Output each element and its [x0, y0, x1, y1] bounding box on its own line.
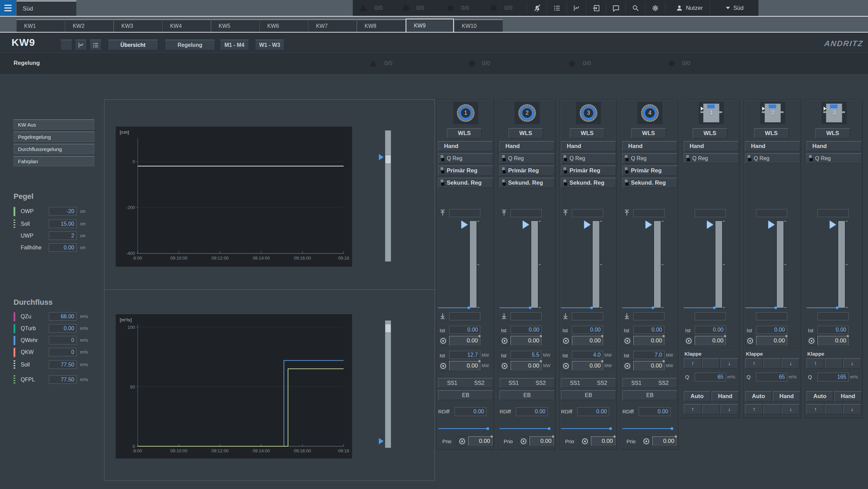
- hand-mode-button[interactable]: Hand: [773, 391, 800, 401]
- min-limit-field[interactable]: [510, 312, 542, 320]
- setpoint-slider-pointer-icon[interactable]: [584, 221, 591, 229]
- max-limit-field[interactable]: [572, 209, 603, 217]
- klappe-stop-button[interactable]: [702, 358, 720, 369]
- wls-button[interactable]: WLS: [570, 128, 604, 138]
- setpoint-select-button[interactable]: [684, 336, 694, 346]
- prio-field[interactable]: 0.00: [652, 436, 677, 446]
- max-limit-field[interactable]: [695, 209, 726, 217]
- set-mw-field[interactable]: 0.00: [633, 361, 664, 370]
- alarm-group[interactable]: 0/0: [569, 53, 591, 74]
- primaer-reg-button[interactable]: Primär Reg: [622, 166, 677, 176]
- list-tool-button[interactable]: [90, 40, 101, 50]
- hand-button[interactable]: Hand: [684, 141, 739, 151]
- ss1-ss2-button[interactable]: SS1SS2: [500, 378, 555, 388]
- ss1-ss2-button[interactable]: SS1SS2: [438, 378, 493, 388]
- gate-stop-button[interactable]: [825, 404, 843, 414]
- prio-field[interactable]: 0.00: [591, 436, 615, 446]
- eb-button[interactable]: EB: [500, 390, 555, 400]
- setpoint-slider-pointer-icon[interactable]: [830, 221, 836, 229]
- primaer-reg-button[interactable]: Primär Reg: [561, 166, 616, 176]
- set-q-field[interactable]: 0.00: [633, 336, 664, 345]
- level-slider-handle[interactable]: [385, 155, 391, 164]
- wls-button[interactable]: WLS: [447, 128, 482, 138]
- setpoint-slider-pointer-icon[interactable]: [768, 221, 775, 229]
- alarm-group[interactable]: 0/0: [360, 0, 383, 16]
- weir-status-icon[interactable]: 2: [760, 102, 785, 124]
- max-limit-field[interactable]: [449, 209, 480, 217]
- setpoint-select-button[interactable]: [622, 336, 632, 346]
- user-menu[interactable]: Nutzer: [666, 0, 713, 16]
- plant-tab[interactable]: KW8: [357, 19, 405, 32]
- site-selector-dropdown[interactable]: Süd: [711, 0, 758, 16]
- gate-down-button[interactable]: ↓: [720, 404, 738, 414]
- alarm-group[interactable]: 0/0: [447, 0, 469, 16]
- hand-mode-button[interactable]: Hand: [834, 391, 862, 401]
- hamburger-menu-button[interactable]: [0, 0, 16, 16]
- setpoint-slider-track[interactable]: [531, 221, 538, 308]
- plant-tab[interactable]: KW5: [211, 19, 259, 32]
- setpoint-select-button[interactable]: [745, 336, 755, 346]
- prio-select-button[interactable]: [580, 436, 590, 446]
- klappe-down-button[interactable]: ↓: [720, 358, 738, 369]
- alarm-group[interactable]: 0/0: [491, 0, 513, 16]
- weir-status-icon[interactable]: 3: [822, 102, 847, 124]
- setpoint-slider-track[interactable]: [838, 221, 845, 308]
- hand-button[interactable]: Hand: [745, 141, 800, 151]
- min-limit-field[interactable]: [695, 312, 726, 320]
- prio-field[interactable]: 0.00: [529, 436, 554, 446]
- setpoint-select-button[interactable]: [438, 361, 448, 371]
- setpoint-slider-track[interactable]: [776, 221, 784, 308]
- plant-tab[interactable]: KW10: [455, 19, 503, 32]
- sekund-reg-button[interactable]: Sekund. Reg: [500, 178, 555, 188]
- qreg-button[interactable]: Q Reg: [438, 153, 493, 164]
- setpoint-select-button[interactable]: [561, 336, 571, 346]
- blank-tool-button[interactable]: [60, 40, 72, 50]
- wls-button[interactable]: WLS: [631, 128, 666, 138]
- gate-down-button[interactable]: ↓: [782, 404, 799, 414]
- alarm-list-button[interactable]: [547, 0, 566, 16]
- regelung-button[interactable]: Regelung: [165, 40, 215, 50]
- setpoint-slider-track[interactable]: [654, 221, 661, 308]
- setpoint-select-button[interactable]: [438, 336, 448, 346]
- flow-slider-handle[interactable]: [385, 324, 391, 333]
- prio-select-button[interactable]: [519, 436, 528, 446]
- weir-status-icon[interactable]: 1: [699, 102, 724, 124]
- sekund-reg-button[interactable]: Sekund. Reg: [622, 178, 677, 188]
- auto-button[interactable]: Auto: [807, 391, 833, 401]
- turbine-status-icon[interactable]: 2: [515, 102, 540, 124]
- sidebar-mode-button[interactable]: Durchflussregelung: [14, 144, 94, 154]
- setpoint-slider-track[interactable]: [592, 221, 600, 308]
- alarm-group[interactable]: 0/0: [369, 53, 392, 74]
- set-q-field[interactable]: 0.00: [756, 336, 787, 345]
- setpoint-select-button[interactable]: [807, 336, 816, 346]
- qreg-button[interactable]: Q Reg: [500, 153, 555, 164]
- sekund-reg-button[interactable]: Sekund. Reg: [438, 178, 493, 188]
- gate-down-button[interactable]: ↓: [843, 404, 861, 414]
- sekund-reg-button[interactable]: Sekund. Reg: [561, 178, 616, 188]
- max-limit-field[interactable]: [756, 209, 787, 217]
- eb-button[interactable]: EB: [622, 390, 677, 400]
- setpoint-slider-track[interactable]: [715, 221, 722, 308]
- klappe-up-button[interactable]: ↑: [684, 358, 701, 369]
- plant-tab[interactable]: KW6: [260, 19, 308, 32]
- min-limit-field[interactable]: [572, 312, 603, 320]
- flow-slider-track[interactable]: [385, 320, 391, 448]
- w1-w3-button[interactable]: W1 - W3: [255, 40, 284, 50]
- klappe-down-button[interactable]: ↓: [782, 358, 799, 369]
- setpoint-slider-pointer-icon[interactable]: [523, 221, 529, 229]
- trend-tool-button[interactable]: [75, 40, 87, 50]
- eb-button[interactable]: EB: [561, 390, 616, 400]
- klappe-stop-button[interactable]: [825, 358, 843, 369]
- wls-button[interactable]: WLS: [815, 128, 850, 138]
- plant-tab[interactable]: KW2: [65, 19, 113, 32]
- prio-field[interactable]: 0.00: [468, 436, 493, 446]
- plant-tab-active[interactable]: KW9: [406, 19, 454, 32]
- max-limit-field[interactable]: [817, 209, 849, 217]
- qreg-button[interactable]: Q Reg: [622, 153, 677, 164]
- klappe-down-button[interactable]: ↓: [843, 358, 861, 369]
- min-limit-field[interactable]: [756, 312, 787, 320]
- setpoint-select-button[interactable]: [561, 361, 571, 371]
- set-q-field[interactable]: 0.00: [510, 336, 542, 345]
- set-q-field[interactable]: 0.00: [695, 336, 726, 345]
- search-button[interactable]: [626, 0, 645, 16]
